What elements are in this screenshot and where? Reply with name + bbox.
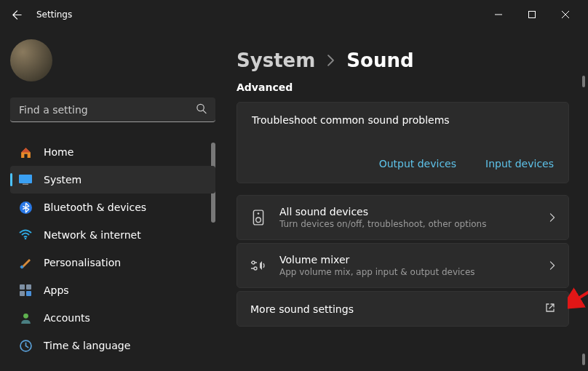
svg-point-1 <box>197 104 204 111</box>
sidebar-item-label: Time & language <box>44 340 130 351</box>
sidebar-item-label: System <box>44 174 82 186</box>
sidebar: Home System Bluetooth & devices Network … <box>0 29 226 371</box>
row-title: Volume mixer <box>279 254 536 266</box>
svg-point-17 <box>254 267 257 270</box>
sidebar-item-home[interactable]: Home <box>10 138 215 166</box>
paintbrush-icon <box>19 256 32 269</box>
speaker-icon <box>250 210 266 226</box>
svg-rect-7 <box>20 284 25 290</box>
minimize-button[interactable] <box>482 3 515 26</box>
avatar[interactable] <box>10 39 52 81</box>
sidebar-item-bluetooth[interactable]: Bluetooth & devices <box>10 194 215 221</box>
sidebar-item-system[interactable]: System <box>10 166 215 194</box>
row-title: More sound settings <box>250 303 532 315</box>
wifi-icon <box>19 228 32 242</box>
sidebar-item-label: Accounts <box>44 312 90 324</box>
svg-rect-10 <box>26 291 31 296</box>
sidebar-item-label: Home <box>44 146 74 158</box>
svg-point-16 <box>252 261 255 264</box>
chevron-right-icon <box>549 211 555 225</box>
annotation-arrow <box>568 273 588 309</box>
maximize-button[interactable] <box>515 3 549 26</box>
troubleshoot-card: Troubleshoot common sound problems Outpu… <box>237 102 569 183</box>
svg-rect-3 <box>23 184 28 186</box>
system-icon <box>19 173 32 186</box>
breadcrumb-parent[interactable]: System <box>237 49 315 71</box>
sidebar-item-accounts[interactable]: Accounts <box>10 304 215 332</box>
maximize-icon <box>528 11 536 18</box>
home-icon <box>19 145 32 159</box>
arrow-left-icon <box>12 9 23 20</box>
bluetooth-icon <box>19 201 32 214</box>
all-sound-devices-row[interactable]: All sound devices Turn devices on/off, t… <box>237 196 568 239</box>
external-link-icon <box>545 302 555 316</box>
svg-point-5 <box>25 238 27 240</box>
volume-mixer-card: Volume mixer App volume mix, app input &… <box>237 243 569 288</box>
main-scrollbar-up[interactable] <box>582 76 585 87</box>
search-input[interactable] <box>10 97 215 122</box>
window-title: Settings <box>36 9 72 20</box>
sidebar-item-personalisation[interactable]: Personalisation <box>10 249 215 276</box>
input-devices-link[interactable]: Input devices <box>485 158 554 169</box>
svg-rect-9 <box>20 291 25 296</box>
output-devices-link[interactable]: Output devices <box>379 158 456 169</box>
row-title: All sound devices <box>279 206 536 218</box>
breadcrumb: System Sound <box>237 49 569 71</box>
sidebar-item-label: Bluetooth & devices <box>44 202 146 213</box>
search-container <box>10 97 215 122</box>
search-icon <box>196 103 207 117</box>
minimize-icon <box>495 11 502 18</box>
nav-list: Home System Bluetooth & devices Network … <box>10 138 215 371</box>
sidebar-item-label: Network & internet <box>44 229 141 241</box>
clock-icon <box>19 339 32 352</box>
more-sound-settings-row[interactable]: More sound settings <box>237 292 568 326</box>
sidebar-item-network[interactable]: Network & internet <box>10 221 215 249</box>
svg-point-11 <box>23 313 28 318</box>
main-scrollbar-down[interactable] <box>582 354 585 365</box>
more-sound-settings-card: More sound settings <box>237 291 569 327</box>
row-subtitle: Turn devices on/off, troubleshoot, other… <box>279 219 536 229</box>
back-button[interactable] <box>6 4 28 25</box>
chevron-right-icon <box>327 55 335 69</box>
volume-mixer-row[interactable]: Volume mixer App volume mix, app input &… <box>237 244 568 287</box>
troubleshoot-title: Troubleshoot common sound problems <box>252 114 554 126</box>
page-title: Sound <box>346 49 413 71</box>
close-button[interactable] <box>549 3 582 26</box>
main-content: System Sound Advanced Troubleshoot commo… <box>226 29 588 371</box>
close-icon <box>562 11 569 18</box>
svg-point-14 <box>258 212 260 215</box>
chevron-right-icon <box>549 259 555 273</box>
mixer-icon <box>250 258 266 274</box>
section-heading: Advanced <box>237 81 569 93</box>
svg-rect-8 <box>26 284 31 290</box>
sidebar-item-apps[interactable]: Apps <box>10 276 215 304</box>
svg-point-15 <box>256 218 261 223</box>
sidebar-item-time[interactable]: Time & language <box>10 332 215 359</box>
sidebar-item-label: Personalisation <box>44 257 121 268</box>
apps-icon <box>19 284 32 297</box>
accounts-icon <box>19 311 32 324</box>
all-sound-devices-card: All sound devices Turn devices on/off, t… <box>237 195 569 240</box>
svg-rect-0 <box>529 12 536 18</box>
row-subtitle: App volume mix, app input & output devic… <box>279 267 536 277</box>
sidebar-item-label: Apps <box>44 284 69 296</box>
svg-rect-2 <box>19 175 32 183</box>
